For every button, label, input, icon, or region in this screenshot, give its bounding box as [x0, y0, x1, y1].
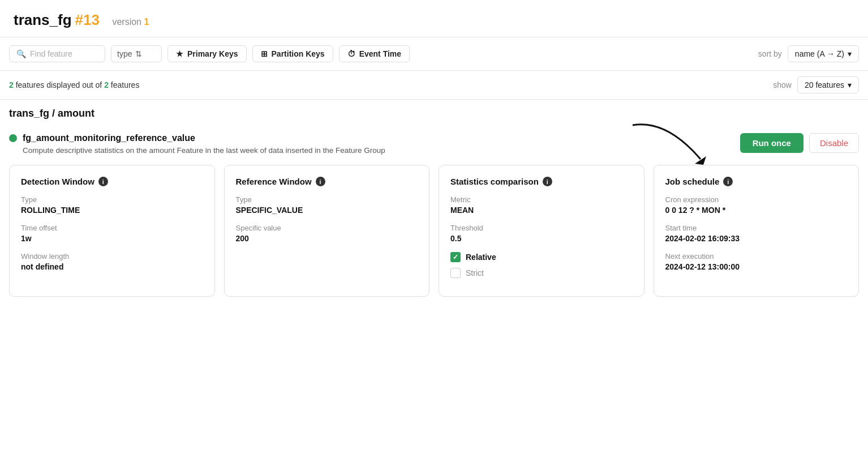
sort-label: sort by — [758, 49, 782, 58]
detection-offset-field: Time offset 1w — [21, 224, 203, 243]
feature-name-row: fg_amount_monitoring_reference_value — [9, 133, 385, 143]
job-schedule-card: Job schedule i Cron expression 0 0 12 ? … — [654, 165, 860, 297]
strict-checkbox[interactable] — [450, 268, 461, 278]
event-time-filter[interactable]: ⏱ Event Time — [339, 45, 410, 62]
feature-row: fg_amount_monitoring_reference_value Com… — [9, 125, 859, 158]
feature-group-title: trans_fg / amount — [9, 108, 94, 119]
statistics-metric-field: Metric MEAN — [450, 195, 633, 215]
status-dot — [9, 134, 17, 142]
show-select[interactable]: 20 features ▾ — [797, 76, 859, 93]
svg-marker-0 — [695, 156, 706, 165]
partition-keys-filter[interactable]: ⊞ Partition Keys — [252, 45, 333, 62]
page-id: #13 — [75, 11, 100, 28]
clock-icon: ⏱ — [347, 49, 355, 58]
features-bar: 2 features displayed out of 2 features s… — [0, 71, 868, 100]
type-chevron-icon: ⇅ — [135, 49, 142, 58]
features-bar-right: show 20 features ▾ — [773, 76, 859, 93]
reference-window-info-icon[interactable]: i — [316, 177, 325, 186]
detection-length-field: Window length not defined — [21, 252, 203, 271]
reference-type-field: Type SPECIFIC_VALUE — [236, 195, 418, 215]
cards-grid: Detection Window i Type ROLLING_TIME Tim… — [9, 165, 859, 297]
page-title: trans_fg — [14, 11, 72, 28]
search-box[interactable]: 🔍 Find feature — [9, 45, 105, 62]
detection-window-info-icon[interactable]: i — [98, 177, 108, 186]
strict-checkbox-row: Strict — [450, 268, 633, 278]
detection-window-card: Detection Window i Type ROLLING_TIME Tim… — [9, 165, 215, 297]
reference-window-card: Reference Window i Type SPECIFIC_VALUE S… — [224, 165, 430, 297]
feature-name: fg_amount_monitoring_reference_value — [23, 133, 195, 143]
statistics-threshold-field: Threshold 0.5 — [450, 224, 633, 243]
star-icon: ★ — [176, 49, 183, 58]
toolbar: 🔍 Find feature type ⇅ ★ Primary Keys ⊞ P… — [0, 37, 868, 71]
relative-checkbox-row: Relative — [450, 252, 633, 262]
feature-description: Compute descriptive statistics on the am… — [23, 146, 385, 155]
type-label: type — [117, 49, 132, 58]
statistics-comparison-card: Statistics comparison i Metric MEAN Thre… — [439, 165, 644, 297]
page-header: trans_fg#13 version 1 — [0, 0, 868, 37]
job-schedule-title: Job schedule i — [665, 177, 848, 186]
job-next-field: Next execution 2024-02-12 13:00:00 — [665, 252, 848, 271]
run-once-button[interactable]: Run once — [740, 133, 803, 153]
relative-checkbox[interactable] — [450, 252, 461, 262]
show-chevron-icon: ▾ — [848, 80, 852, 89]
primary-keys-filter[interactable]: ★ Primary Keys — [167, 45, 247, 62]
arrow-annotation — [621, 119, 712, 170]
statistics-relative-field: Relative Strict — [450, 252, 633, 278]
version-label: version 1 — [112, 17, 149, 27]
partition-icon: ⊞ — [261, 49, 268, 58]
feature-section: fg_amount_monitoring_reference_value Com… — [0, 125, 868, 308]
reference-specific-field: Specific value 200 — [236, 224, 418, 243]
sort-chevron-icon: ▾ — [848, 49, 852, 58]
sort-select[interactable]: name (A → Z) ▾ — [788, 45, 859, 62]
detection-type-field: Type ROLLING_TIME — [21, 195, 203, 215]
disable-button[interactable]: Disable — [809, 133, 859, 153]
statistics-comparison-info-icon[interactable]: i — [543, 177, 552, 186]
search-placeholder: Find feature — [30, 49, 72, 58]
job-start-field: Start time 2024-02-02 16:09:33 — [665, 224, 848, 243]
features-count: 2 features displayed out of 2 features — [9, 80, 139, 89]
detection-window-title: Detection Window i — [21, 177, 203, 186]
feature-group-header: trans_fg / amount — [0, 100, 868, 125]
reference-window-title: Reference Window i — [236, 177, 418, 186]
feature-actions: Run once Disable — [740, 133, 859, 153]
type-select[interactable]: type ⇅ — [111, 45, 162, 62]
statistics-comparison-title: Statistics comparison i — [450, 177, 633, 186]
job-cron-field: Cron expression 0 0 12 ? * MON * — [665, 195, 848, 215]
job-schedule-info-icon[interactable]: i — [723, 177, 733, 186]
search-icon: 🔍 — [16, 49, 26, 58]
show-label: show — [773, 80, 792, 89]
